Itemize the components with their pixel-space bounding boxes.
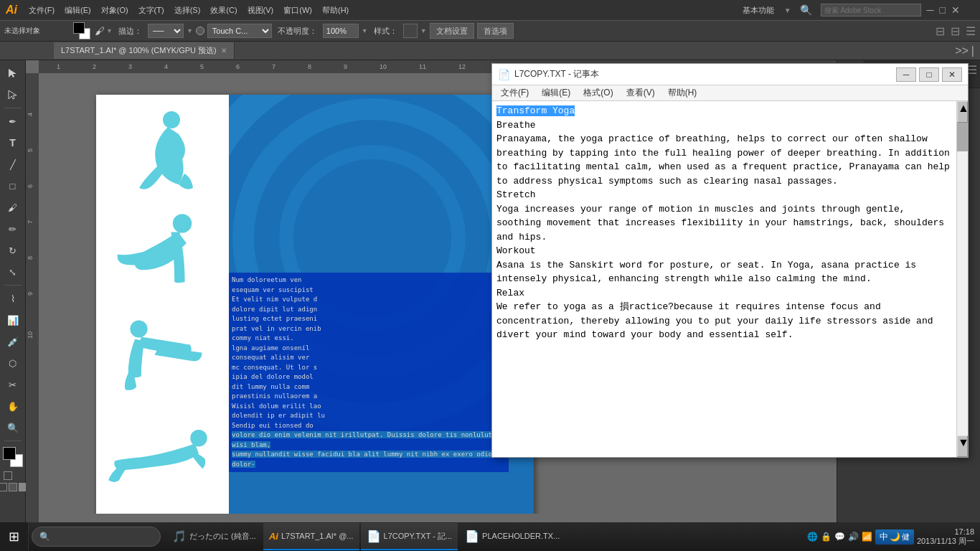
menu-file[interactable]: 文件(F) bbox=[24, 4, 59, 17]
paint-brush-tool[interactable]: 🖌 bbox=[3, 197, 23, 217]
search-icon: 🔍 bbox=[39, 532, 50, 542]
preferences-btn[interactable]: 首选项 bbox=[477, 23, 514, 39]
color-swatches[interactable] bbox=[3, 447, 23, 467]
toolbar: 未选择对象 🖌 ▼ 描边： ── ▼ Touch C... 不透明度： ▼ 样式… bbox=[0, 20, 980, 42]
panel-separator-icon: | bbox=[971, 44, 974, 57]
tab-close-btn[interactable]: ✕ bbox=[221, 47, 227, 55]
taskbar-search[interactable]: 🔍 bbox=[32, 527, 161, 547]
eyedropper-tool[interactable]: 💉 bbox=[3, 331, 23, 352]
notepad-close-btn[interactable]: ✕ bbox=[942, 67, 962, 82]
notepad-menu-edit[interactable]: 编辑(E) bbox=[536, 85, 576, 100]
taskbar-app-illustrator[interactable]: Ai L7START_1.AI* @... bbox=[263, 523, 359, 550]
align-left-icon[interactable]: ⊟ bbox=[936, 24, 945, 38]
scroll-up-btn[interactable]: ▲ bbox=[957, 101, 968, 123]
svg-text:6: 6 bbox=[236, 63, 240, 70]
touch-select[interactable]: Touch C... bbox=[207, 24, 272, 38]
notepad-line-refer1: We refer to yoga as a 損ractice?because i… bbox=[496, 301, 881, 312]
menu-help[interactable]: 帮助(H) bbox=[318, 4, 353, 17]
document-tab[interactable]: L7START_1.AI* @ 100% (CMYK/GPU 预选) ✕ bbox=[54, 42, 235, 59]
basic-function-label[interactable]: 基本功能 bbox=[738, 4, 778, 17]
graph-tool[interactable]: 📊 bbox=[3, 310, 23, 330]
foreground-color[interactable] bbox=[3, 447, 16, 460]
menu-text[interactable]: 文字(T) bbox=[134, 4, 169, 17]
taskbar-app-music[interactable]: 🎵 だったのに (純音... bbox=[166, 523, 262, 550]
maximize-btn[interactable]: □ bbox=[940, 4, 946, 16]
ime-indicator[interactable]: 中 🌙 健 bbox=[875, 529, 914, 545]
svg-text:12: 12 bbox=[458, 63, 466, 70]
taskbar: ⊞ 🔍 🎵 だったのに (純音... Ai L7START_1.AI* @...… bbox=[0, 522, 980, 551]
illustrator-app-icon: Ai bbox=[269, 531, 278, 542]
rotate-tool[interactable]: ↻ bbox=[3, 240, 23, 260]
doc-settings-btn[interactable]: 文档设置 bbox=[430, 23, 474, 39]
type-tool[interactable]: T bbox=[3, 133, 23, 153]
svg-text:1: 1 bbox=[57, 63, 60, 70]
stroke-label: 描边： bbox=[116, 24, 145, 38]
menu-view[interactable]: 视图(V) bbox=[243, 4, 278, 17]
menu-object[interactable]: 对象(O) bbox=[97, 4, 133, 17]
svg-point-23 bbox=[130, 320, 147, 337]
brush-selector[interactable]: 🖌 ▼ bbox=[95, 25, 113, 37]
gradient-icon[interactable] bbox=[14, 471, 22, 480]
scale-tool[interactable]: ⤡ bbox=[3, 262, 23, 282]
rect-tool[interactable]: □ bbox=[3, 176, 23, 196]
stock-search-input[interactable] bbox=[821, 4, 921, 17]
notepad-maximize-btn[interactable]: □ bbox=[919, 67, 939, 82]
menu-edit[interactable]: 编辑(E) bbox=[60, 4, 95, 17]
line-tool[interactable]: ╱ bbox=[3, 154, 23, 174]
warp-tool[interactable]: ⌇ bbox=[3, 288, 23, 309]
select-tool[interactable] bbox=[3, 63, 23, 83]
close-btn-main[interactable]: ✕ bbox=[951, 4, 960, 16]
menu-window[interactable]: 窗口(W) bbox=[279, 4, 316, 17]
scroll-down-btn[interactable]: ▼ bbox=[957, 435, 968, 457]
clock-time: 17:18 bbox=[917, 527, 974, 536]
svg-rect-13 bbox=[26, 73, 39, 532]
notepad-minimize-btn[interactable]: ─ bbox=[896, 67, 916, 82]
system-tray: 🌐 🔒 💬 🔊 📶 中 🌙 健 17:18 2013/11/13 周一 bbox=[801, 527, 980, 547]
panel-toggle-icon[interactable]: >> bbox=[955, 44, 969, 57]
direct-select-tool[interactable] bbox=[3, 85, 23, 105]
tray-icon-2: 🔒 bbox=[821, 532, 831, 542]
start-button[interactable]: ⊞ bbox=[0, 522, 29, 551]
scroll-thumb[interactable] bbox=[957, 123, 968, 151]
color-selector[interactable] bbox=[73, 22, 90, 39]
notepad-menu-view[interactable]: 查看(V) bbox=[621, 85, 661, 100]
stroke-icon[interactable] bbox=[9, 483, 17, 491]
opacity-input[interactable] bbox=[323, 24, 359, 38]
notepad-line-pranayama4: to address physical symptoms such as cle… bbox=[496, 176, 838, 187]
notepad-line-workout: Workout bbox=[496, 245, 536, 256]
no-fill-icon[interactable] bbox=[4, 471, 12, 480]
svg-text:7: 7 bbox=[27, 220, 34, 224]
notepad-scrollbar[interactable]: ▲ ▼ bbox=[956, 101, 968, 457]
menu-select[interactable]: 选择(S) bbox=[170, 4, 205, 17]
notepad-menu-format[interactable]: 格式(O) bbox=[578, 85, 618, 100]
scissors-tool[interactable]: ✂ bbox=[3, 375, 23, 395]
notepad-line-pranayama1: Pranayama, the yoga practice of breathin… bbox=[496, 133, 928, 144]
blend-tool[interactable]: ⬡ bbox=[3, 353, 23, 373]
svg-text:10: 10 bbox=[27, 331, 34, 339]
taskbar-search-input[interactable] bbox=[55, 532, 153, 541]
notepad-menu-file[interactable]: 文件(F) bbox=[495, 85, 534, 100]
system-clock[interactable]: 17:18 2013/11/13 周一 bbox=[917, 527, 974, 547]
notepad-app-label: L7COPY.TXT - 記... bbox=[384, 531, 453, 542]
hand-tool[interactable]: ✋ bbox=[3, 396, 23, 416]
hamburger-icon[interactable]: ☰ bbox=[966, 24, 976, 38]
pen-tool[interactable]: ✒ bbox=[3, 111, 23, 131]
taskbar-app-placeholder[interactable]: 📄 PLACEHOLDER.TX... bbox=[459, 523, 565, 550]
minimize-btn[interactable]: ─ bbox=[927, 4, 934, 16]
pencil-tool[interactable]: ✏ bbox=[3, 219, 23, 239]
style-box[interactable] bbox=[403, 24, 418, 38]
menu-effect[interactable]: 效果(C) bbox=[206, 4, 241, 17]
tray-icon-5: 📶 bbox=[862, 532, 872, 542]
text-overlay-box[interactable]: Num doloreetum ven esequam ver suscipist… bbox=[229, 273, 509, 472]
svg-text:4: 4 bbox=[27, 113, 34, 116]
fill-icon[interactable] bbox=[0, 483, 7, 491]
taskbar-app-notepad[interactable]: 📄 L7COPY.TXT - 記... bbox=[361, 523, 458, 550]
notepad-menu-help[interactable]: 帮助(H) bbox=[662, 85, 703, 100]
align-right-icon[interactable]: ⊟ bbox=[951, 24, 960, 38]
notepad-icon: 📄 bbox=[498, 69, 510, 80]
stroke-select[interactable]: ── bbox=[148, 24, 184, 38]
zoom-tool[interactable]: 🔍 bbox=[3, 418, 23, 438]
notepad-text-area[interactable]: Transform Yoga Breathe Pranayama, the yo… bbox=[492, 101, 956, 457]
svg-text:5: 5 bbox=[200, 63, 204, 70]
tray-icon-1: 🌐 bbox=[807, 532, 818, 542]
